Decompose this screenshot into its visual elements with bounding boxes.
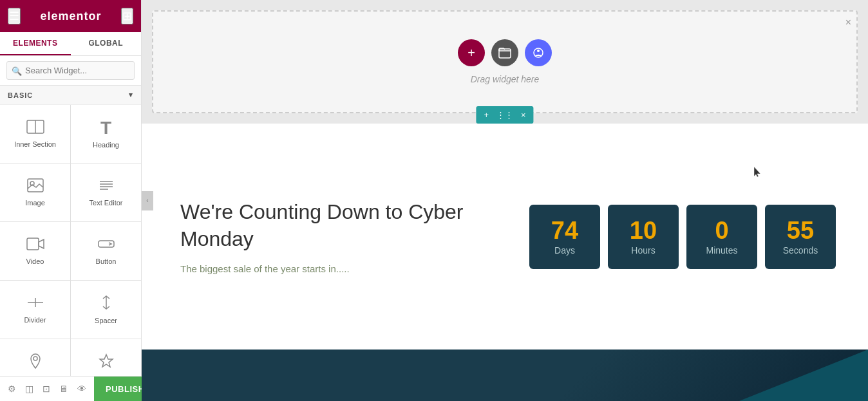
widget-button[interactable]: Button	[71, 222, 141, 280]
collapse-handle-button[interactable]: ‹	[142, 191, 153, 210]
countdown-hours-value: 10	[630, 218, 657, 243]
search-input[interactable]	[6, 61, 135, 80]
countdown-hours-unit: Hours	[631, 245, 655, 256]
heading-label: Heading	[93, 141, 119, 149]
inner-section-label: Inner Section	[14, 140, 56, 148]
countdown-text: We're Counting Down to Cyber Monday The …	[180, 199, 504, 274]
bottom-section	[142, 350, 868, 401]
svg-point-18	[537, 50, 540, 52]
main-canvas: × + Drag widget here + ⋮⋮ × ‹	[142, 0, 868, 401]
widgets-grid: Inner Section T Heading Image Text Edito…	[0, 105, 141, 376]
toolbar-close-button[interactable]: ×	[517, 109, 530, 121]
button-label: Button	[96, 257, 117, 265]
section-category-label: BASIC ▾	[0, 86, 141, 105]
search-container: 🔍	[0, 56, 141, 86]
svg-rect-8	[27, 238, 39, 250]
spacer-icon	[99, 295, 114, 313]
sidebar: ☰ elementor ⊞ ELEMENTS GLOBAL 🔍 BASIC ▾ …	[0, 0, 142, 401]
toolbar-move-button[interactable]: ⋮⋮	[493, 109, 517, 121]
countdown-days-value: 74	[551, 218, 578, 243]
divider-label: Divider	[24, 316, 46, 324]
tab-elements[interactable]: ELEMENTS	[0, 32, 71, 55]
navigator-icon[interactable]: ⊡	[40, 381, 53, 396]
section-toolbar: + ⋮⋮ ×	[476, 106, 533, 124]
text-editor-icon	[98, 178, 115, 195]
icon-widget-icon	[99, 353, 114, 371]
countdown-block-hours: 10 Hours	[608, 205, 679, 269]
divider-icon	[26, 295, 44, 312]
widget-video[interactable]: Video	[0, 222, 70, 280]
footer-icons: ⚙ ◫ ⊡ 🖥 👁	[0, 377, 94, 401]
widget-icon[interactable]: Icon	[71, 339, 141, 376]
drop-zone-section: × + Drag widget here + ⋮⋮ ×	[152, 10, 858, 113]
spacer-label: Spacer	[95, 317, 117, 324]
google-maps-icon	[28, 353, 43, 372]
countdown-block-minutes: 0 Minutes	[686, 205, 757, 269]
canvas-inner: × + Drag widget here + ⋮⋮ × ‹	[142, 0, 868, 401]
toolbar-add-button[interactable]: +	[480, 109, 493, 121]
svg-marker-9	[39, 239, 44, 248]
countdown-block-days: 74 Days	[529, 205, 600, 269]
sidebar-header: ☰ elementor ⊞	[0, 0, 141, 32]
widget-divider[interactable]: Divider	[0, 281, 70, 339]
settings-icon[interactable]: ⚙	[5, 381, 19, 396]
countdown-seconds-unit: Seconds	[783, 245, 818, 256]
heading-icon: T	[100, 119, 111, 137]
widget-heading[interactable]: T Heading	[71, 105, 141, 163]
countdown-blocks: 74 Days 10 Hours 0 Minutes 55 Seconds	[529, 205, 836, 269]
tab-global[interactable]: GLOBAL	[71, 32, 142, 55]
apps-button[interactable]	[525, 39, 552, 66]
image-icon	[27, 178, 44, 195]
search-icon: 🔍	[12, 66, 22, 75]
drag-text: Drag widget here	[471, 74, 540, 84]
video-icon	[26, 237, 44, 254]
bottom-triangle	[739, 350, 868, 401]
image-label: Image	[25, 199, 45, 207]
template-button[interactable]	[491, 39, 518, 66]
widget-text-editor[interactable]: Text Editor	[71, 163, 141, 221]
grid-apps-button[interactable]: ⊞	[121, 8, 133, 24]
widget-inner-section[interactable]: Inner Section	[0, 105, 70, 163]
layers-icon[interactable]: ◫	[23, 381, 36, 396]
countdown-title: We're Counting Down to Cyber Monday	[180, 199, 504, 252]
widget-image[interactable]: Image	[0, 163, 70, 221]
hamburger-menu-button[interactable]: ☰	[8, 8, 21, 24]
countdown-seconds-value: 55	[787, 218, 814, 243]
drop-buttons: +	[458, 39, 552, 66]
elementor-logo: elementor	[40, 10, 101, 23]
responsive-icon[interactable]: 🖥	[57, 381, 71, 396]
close-drop-zone-button[interactable]: ×	[845, 17, 851, 28]
countdown-section: We're Counting Down to Cyber Monday The …	[142, 124, 868, 350]
add-element-button[interactable]: +	[458, 39, 485, 66]
countdown-minutes-value: 0	[715, 218, 728, 243]
countdown-days-unit: Days	[554, 245, 575, 256]
svg-point-14	[33, 357, 37, 360]
text-editor-label: Text Editor	[90, 199, 123, 207]
button-icon	[97, 237, 115, 254]
widget-spacer[interactable]: Spacer	[71, 281, 141, 339]
preview-icon[interactable]: 👁	[75, 381, 89, 396]
sidebar-footer: ⚙ ◫ ⊡ 🖥 👁 PUBLISH ▲	[0, 376, 141, 401]
video-label: Video	[26, 257, 44, 265]
countdown-subtitle: The biggest sale of the year starts in..…	[180, 263, 504, 274]
inner-section-icon	[26, 120, 44, 136]
sidebar-tabs: ELEMENTS GLOBAL	[0, 32, 141, 56]
search-wrapper: 🔍	[6, 61, 135, 80]
svg-marker-15	[100, 355, 113, 367]
collapse-icon[interactable]: ▾	[129, 91, 133, 99]
countdown-minutes-unit: Minutes	[706, 245, 737, 256]
widget-google-maps[interactable]: Google Maps	[0, 339, 70, 376]
svg-rect-16	[499, 49, 511, 58]
countdown-block-seconds: 55 Seconds	[765, 205, 836, 269]
